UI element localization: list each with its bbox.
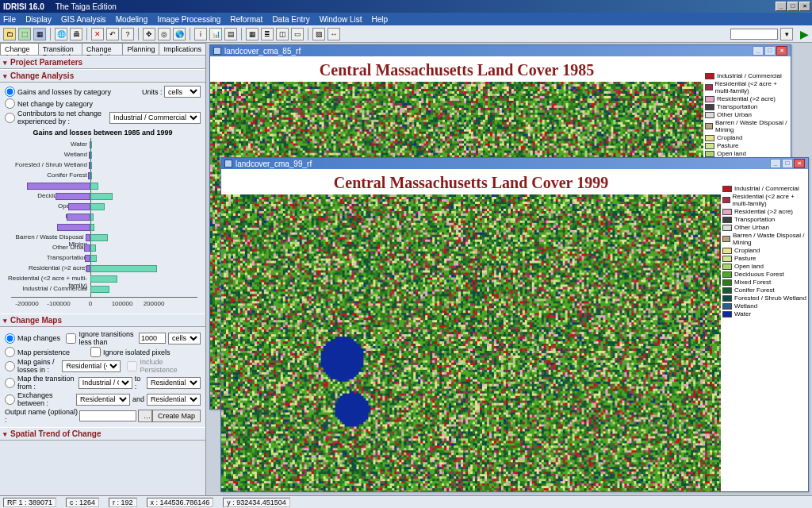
units-select[interactable]: cells (164, 86, 201, 98)
tb-gis-icon[interactable]: 🌐 (55, 28, 67, 40)
status-rf: RF 1 : 389071 (3, 498, 56, 507)
dropdown-icon[interactable]: ▾ (780, 28, 793, 40)
menu-gis[interactable]: GIS Analysis (61, 15, 106, 24)
tb-tile2-icon[interactable]: ▭ (291, 28, 304, 40)
tb-query-icon[interactable]: ? (121, 28, 134, 40)
opt-map-gains-losses[interactable]: Map gains / losses in : (5, 358, 62, 374)
units-label: Units : (142, 88, 163, 96)
legend-item: Cropland (705, 134, 789, 141)
map-title: Central Massachusetts Land Cover 1999 (221, 169, 721, 194)
tb-recenter-icon[interactable]: ◎ (158, 28, 170, 40)
tb-tile-icon[interactable]: ◫ (276, 28, 289, 40)
menu-display[interactable]: Display (25, 15, 52, 24)
close-button[interactable]: × (799, 2, 810, 11)
legend-swatch (705, 123, 713, 129)
transition-threshold[interactable] (139, 333, 166, 344)
map-title: Central Massachusetts Land Cover 1985 (210, 56, 703, 81)
output-name-input[interactable] (79, 410, 136, 421)
legend-item: Barren / Waste Disposal / Mining (705, 119, 789, 133)
menu-reformat[interactable]: Reformat (230, 15, 262, 24)
legend-swatch (722, 271, 732, 278)
create-map-button[interactable]: Create Map (152, 410, 201, 422)
transition-from-select[interactable]: Industrial / Commercial (79, 377, 132, 389)
opt-net-change[interactable]: Net change by category (5, 98, 93, 109)
map-window[interactable]: landcover_cma_99_rf_□×Central Massachuse… (220, 157, 809, 492)
chart-category-label: Forested / Shrub Wetland (6, 161, 87, 168)
run-icon[interactable]: ▶ (800, 28, 809, 40)
tb-grid-icon[interactable]: ▦ (246, 28, 259, 40)
chk-ignore-transitions[interactable]: Ignore transitions less than (66, 330, 136, 346)
contributors-select[interactable]: Industrial / Commercial (109, 112, 201, 124)
legend-label: Pasture (734, 255, 756, 262)
opt-map-persistence[interactable]: Map persistence (5, 347, 90, 357)
browse-button[interactable]: … (138, 410, 152, 422)
section-spatial-trend[interactable]: ▾ Spatial Trend of Change (0, 427, 205, 441)
chart-xtick: 0 (89, 300, 92, 307)
tb-chart-icon[interactable]: 📊 (209, 28, 222, 40)
menu-file[interactable]: File (3, 15, 16, 24)
transition-to-select[interactable]: Residential (<2 acre + multi-family) (147, 377, 201, 389)
tb-identify-icon[interactable]: i (194, 28, 207, 40)
opt-contributors[interactable]: Contributors to net change experienced b… (5, 110, 106, 125)
tab-transition-potentials[interactable]: Transition Potentials (38, 43, 82, 55)
legend-label: Open land (717, 150, 746, 157)
minimize-button[interactable]: _ (753, 46, 764, 56)
tab-change-prediction[interactable]: Change Prediction (82, 43, 123, 55)
tb-display-icon[interactable]: ▦ (33, 28, 46, 40)
tb-globe-icon[interactable]: 🌎 (173, 28, 186, 40)
menu-help[interactable]: Help (372, 15, 389, 24)
minimize-button[interactable]: _ (776, 2, 787, 11)
tb-table-icon[interactable]: ▤ (224, 28, 237, 40)
section-change-maps[interactable]: ▾ Change Maps (0, 314, 205, 327)
output-name-label: Output name (optional) : (5, 408, 79, 424)
tb-measure-icon[interactable]: ↔ (327, 28, 340, 40)
command-slot[interactable] (730, 29, 778, 40)
tb-undo-icon[interactable]: ↶ (106, 28, 119, 40)
menubar: File Display GIS Analysis Modeling Image… (0, 13, 812, 25)
menu-imgproc[interactable]: Image Processing (157, 15, 220, 24)
tb-legend-icon[interactable]: ≣ (261, 28, 274, 40)
menu-modeling[interactable]: Modeling (116, 15, 148, 24)
map-window-titlebar[interactable]: landcover_cma_85_rf_□× (210, 45, 791, 56)
tab-implications[interactable]: Implications (159, 43, 206, 55)
menu-windowlist[interactable]: Window List (320, 15, 362, 24)
legend-label: Barren / Waste Disposal / Mining (733, 232, 806, 246)
opt-gains-losses[interactable]: Gains and losses by category (5, 87, 111, 97)
maximize-button[interactable]: □ (782, 159, 793, 168)
map-canvas[interactable] (221, 194, 721, 491)
legend-item: Residential (>2 acre) (705, 95, 789, 102)
tb-collection-icon[interactable]: ⬚ (18, 28, 31, 40)
tab-planning[interactable]: Planning (122, 43, 159, 55)
legend-swatch (722, 209, 732, 215)
legend-swatch (705, 135, 714, 141)
legend-swatch (722, 303, 732, 310)
opt-map-transition[interactable]: Map the transition from : (5, 375, 79, 391)
chk-ignore-isolated[interactable]: Ignore isolated pixels (90, 347, 170, 357)
map-window-titlebar[interactable]: landcover_cma_99_rf_□× (221, 158, 808, 169)
exchange-b-select[interactable]: Residential (<2 acre + multi-family) (147, 394, 201, 406)
tb-pan-icon[interactable]: ✥ (143, 28, 155, 40)
legend-item: Other Urban (722, 224, 806, 231)
tb-overlay-icon[interactable]: ▧ (312, 28, 325, 40)
chart-category-label: Transportation (6, 254, 87, 261)
legend-label: Other Urban (734, 224, 769, 231)
legend-swatch (722, 311, 732, 318)
titlebar: IDRISI 16.0 The Taiga Edition _ □ × (0, 0, 812, 13)
section-change-analysis[interactable]: ▾ Change Analysis (0, 69, 205, 83)
tb-delete-icon[interactable]: ✕ (91, 28, 104, 40)
close-button[interactable]: × (776, 46, 787, 56)
tab-change-analysis[interactable]: Change Analysis (0, 43, 39, 55)
close-button[interactable]: × (794, 159, 805, 168)
minimize-button[interactable]: _ (770, 159, 781, 168)
maximize-button[interactable]: □ (787, 2, 799, 11)
opt-exchanges[interactable]: Exchanges between : (5, 391, 76, 407)
opt-map-changes[interactable]: Map changes (5, 333, 66, 344)
section-project-parameters[interactable]: ▾ Project Parameters (0, 56, 205, 69)
maximize-button[interactable]: □ (764, 46, 776, 56)
tb-print-icon[interactable]: 🖶 (70, 28, 82, 40)
tb-explorer-icon[interactable]: 🗀 (3, 28, 16, 40)
menu-dataentry[interactable]: Data Entry (272, 15, 309, 24)
threshold-units[interactable]: cells (168, 333, 201, 344)
gl-class-select[interactable]: Residential (<2 acre + multi-family) (62, 360, 121, 372)
exchange-a-select[interactable]: Residential (<2 acre + multi-family) (76, 394, 130, 406)
